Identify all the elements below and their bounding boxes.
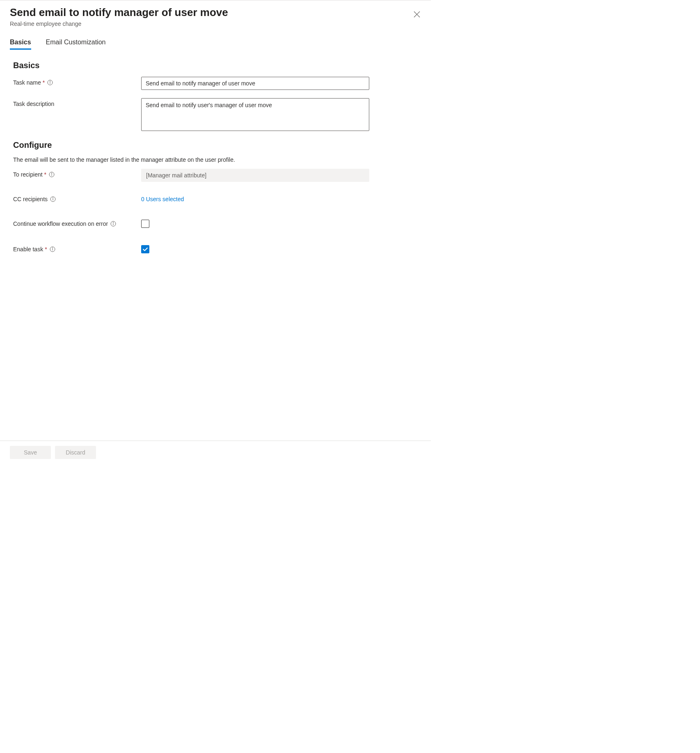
field-enable-task: Enable task * (13, 243, 418, 253)
info-icon[interactable] (47, 80, 53, 85)
enable-task-checkbox[interactable] (141, 245, 149, 253)
save-button[interactable]: Save (10, 446, 51, 459)
task-name-input[interactable] (141, 77, 369, 90)
cc-recipients-label-text: CC recipients (13, 196, 48, 202)
info-icon[interactable] (110, 221, 116, 227)
task-description-label-text: Task description (13, 101, 54, 107)
tab-basics[interactable]: Basics (10, 39, 31, 49)
panel-subtitle: Real-time employee change (10, 21, 421, 27)
svg-point-4 (50, 81, 50, 82)
section-title-basics: Basics (13, 61, 418, 70)
continue-on-error-checkbox[interactable] (141, 220, 149, 228)
info-icon[interactable] (50, 196, 56, 202)
task-description-label: Task description (13, 98, 141, 107)
panel-title: Send email to notify manager of user mov… (10, 6, 421, 19)
enable-task-label: Enable task * (13, 243, 141, 253)
svg-point-10 (53, 198, 53, 198)
info-icon[interactable] (50, 246, 55, 252)
cc-recipients-label: CC recipients (13, 193, 141, 202)
panel-content: Basics Task name * Task description Send… (0, 49, 431, 441)
checkmark-icon (142, 246, 148, 252)
svg-point-16 (52, 248, 53, 248)
task-description-input[interactable]: Send email to notify user's manager of u… (141, 98, 369, 131)
continue-on-error-label-text: Continue workflow execution on error (13, 220, 108, 227)
field-cc-recipients: CC recipients 0 Users selected (13, 193, 418, 202)
panel-footer: Save Discard (0, 441, 431, 464)
required-marker: * (43, 79, 45, 86)
field-continue-on-error: Continue workflow execution on error (13, 218, 418, 228)
cc-recipients-link[interactable]: 0 Users selected (141, 193, 184, 202)
configure-description: The email will be sent to the manager li… (13, 156, 418, 163)
svg-point-13 (113, 223, 114, 223)
field-task-description: Task description Send email to notify us… (13, 98, 418, 132)
info-icon[interactable] (49, 172, 55, 177)
close-button[interactable] (410, 8, 423, 21)
task-name-label-text: Task name (13, 79, 41, 86)
required-marker: * (45, 246, 47, 253)
to-recipient-label-text: To recipient (13, 171, 43, 178)
task-name-label: Task name * (13, 77, 141, 86)
field-to-recipient: To recipient * [Manager mail attribute] (13, 169, 418, 182)
panel-header: Send email to notify manager of user mov… (0, 0, 431, 27)
discard-button[interactable]: Discard (55, 446, 96, 459)
continue-on-error-label: Continue workflow execution on error (13, 218, 141, 227)
tab-list: Basics Email Customization (0, 39, 431, 49)
to-recipient-value: [Manager mail attribute] (141, 169, 369, 182)
to-recipient-label: To recipient * (13, 169, 141, 178)
section-title-configure: Configure (13, 140, 418, 150)
close-icon (414, 11, 420, 18)
tab-email-customization[interactable]: Email Customization (46, 39, 106, 49)
required-marker: * (44, 171, 46, 178)
field-task-name: Task name * (13, 77, 418, 90)
svg-point-7 (51, 173, 52, 174)
enable-task-label-text: Enable task (13, 246, 43, 253)
